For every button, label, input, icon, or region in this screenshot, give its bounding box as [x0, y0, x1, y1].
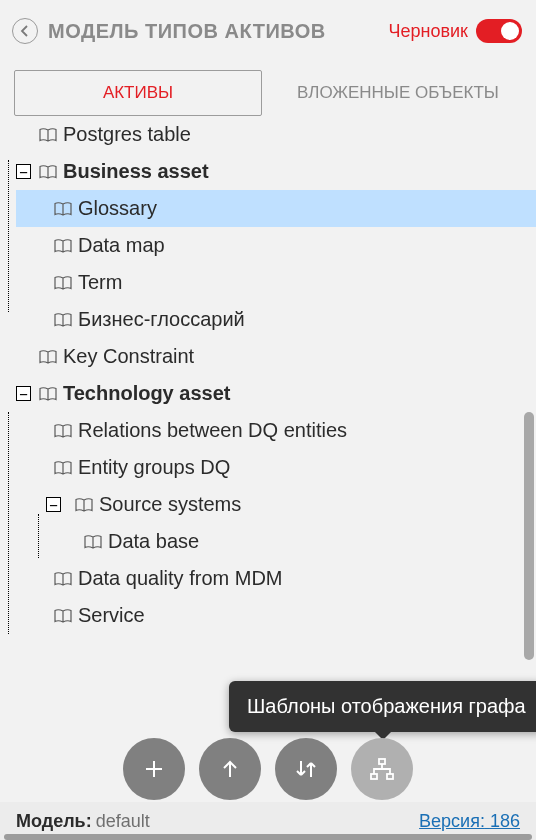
book-icon: [75, 498, 93, 512]
book-icon: [54, 239, 72, 253]
tree-node[interactable]: Бизнес-глоссарий: [16, 301, 536, 338]
book-icon: [39, 165, 57, 179]
app-root: МОДЕЛЬ ТИПОВ АКТИВОВ Черновик АКТИВЫ ВЛО…: [0, 0, 536, 840]
tab-nested-objects[interactable]: ВЛОЖЕННЫЕ ОБЪЕКТЫ: [274, 70, 522, 116]
tree-node-label: Term: [78, 271, 122, 294]
tree-node[interactable]: Service: [16, 597, 536, 634]
book-icon: [39, 350, 57, 364]
draft-toggle[interactable]: [476, 19, 522, 43]
book-icon: [84, 535, 102, 549]
tree-node-label: Бизнес-глоссарий: [78, 308, 245, 331]
tree-node-label: Business asset: [63, 160, 209, 183]
tree-node[interactable]: Glossary: [16, 190, 536, 227]
tree-node-label: Entity groups DQ: [78, 456, 230, 479]
swap-button[interactable]: [275, 738, 337, 800]
back-button[interactable]: [12, 18, 38, 44]
tabs: АКТИВЫ ВЛОЖЕННЫЕ ОБЪЕКТЫ: [0, 54, 536, 116]
tree-node-label: Data quality from MDM: [78, 567, 283, 590]
tree-node-label: Glossary: [78, 197, 157, 220]
tree-node[interactable]: Entity groups DQ: [16, 449, 536, 486]
book-icon: [54, 313, 72, 327]
horizontal-scrollbar[interactable]: [4, 834, 532, 840]
draft-label: Черновик: [389, 21, 468, 42]
tree-node-label: Data base: [108, 530, 199, 553]
hierarchy-icon: [369, 757, 395, 781]
chevron-left-icon: [19, 25, 31, 37]
book-icon: [54, 276, 72, 290]
add-button[interactable]: [123, 738, 185, 800]
model-value: default: [96, 811, 150, 832]
tree-node[interactable]: Key Constraint: [16, 338, 536, 375]
version-link[interactable]: Версия: 186: [419, 811, 520, 832]
toggle-knob: [501, 22, 519, 40]
tooltip: Шаблоны отображения графа: [229, 681, 536, 732]
expand-toggle[interactable]: −: [16, 386, 31, 401]
book-icon: [54, 461, 72, 475]
tree-node[interactable]: −Technology asset: [16, 375, 536, 412]
tree-node-label: Technology asset: [63, 382, 230, 405]
svg-rect-2: [387, 774, 393, 779]
header: МОДЕЛЬ ТИПОВ АКТИВОВ Черновик: [0, 0, 536, 54]
tree-node[interactable]: −Business asset: [16, 153, 536, 190]
vertical-scrollbar-thumb[interactable]: [524, 412, 534, 660]
tree-node[interactable]: Term: [16, 264, 536, 301]
vertical-scrollbar-track[interactable]: [524, 128, 534, 788]
book-icon: [39, 128, 57, 142]
tree-node-label: Key Constraint: [63, 345, 194, 368]
arrow-up-icon: [218, 757, 242, 781]
tree-node[interactable]: Data map: [16, 227, 536, 264]
tree-node-label: Service: [78, 604, 145, 627]
expand-toggle[interactable]: −: [16, 164, 31, 179]
tree-node[interactable]: Relations between DQ entities: [16, 412, 536, 449]
fab-row: [0, 738, 536, 800]
plus-icon: [142, 757, 166, 781]
model-label: Модель:: [16, 811, 92, 832]
draft-toggle-group: Черновик: [389, 19, 522, 43]
swap-icon: [293, 757, 319, 781]
book-icon: [39, 387, 57, 401]
page-title: МОДЕЛЬ ТИПОВ АКТИВОВ: [48, 20, 326, 43]
tree-node[interactable]: Postgres table: [16, 116, 536, 153]
upload-button[interactable]: [199, 738, 261, 800]
tree-node[interactable]: Data base: [16, 523, 536, 560]
tree-node[interactable]: Data quality from MDM: [16, 560, 536, 597]
tree-node-label: Source systems: [99, 493, 241, 516]
graph-templates-button[interactable]: [351, 738, 413, 800]
book-icon: [54, 202, 72, 216]
book-icon: [54, 572, 72, 586]
tab-assets[interactable]: АКТИВЫ: [14, 70, 262, 116]
footer: Модель: default Версия: 186: [0, 802, 536, 840]
tree-node[interactable]: −Source systems: [16, 486, 536, 523]
tree-node-label: Relations between DQ entities: [78, 419, 347, 442]
book-icon: [54, 609, 72, 623]
svg-rect-0: [379, 759, 385, 764]
tree-node-label: Postgres table: [63, 123, 191, 146]
expand-toggle[interactable]: −: [46, 497, 61, 512]
book-icon: [54, 424, 72, 438]
tree-node-label: Data map: [78, 234, 165, 257]
svg-rect-1: [371, 774, 377, 779]
